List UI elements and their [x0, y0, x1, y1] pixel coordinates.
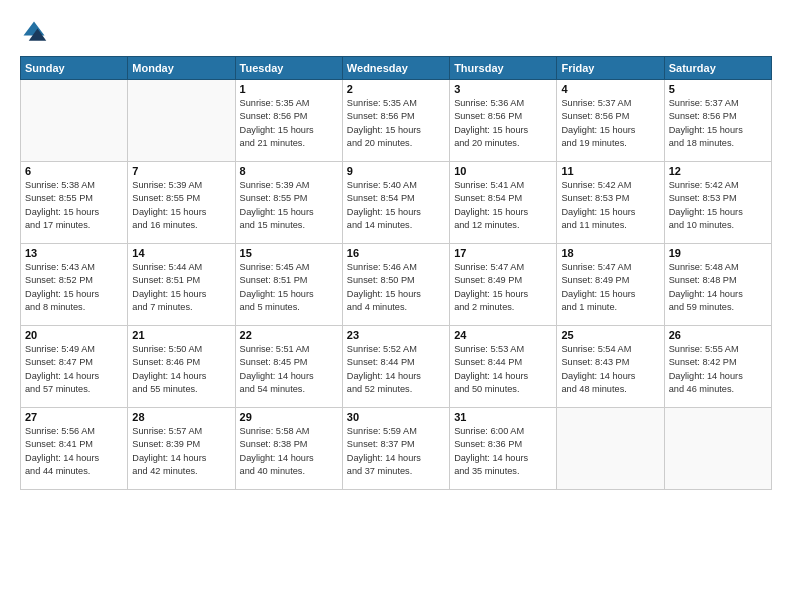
- page: SundayMondayTuesdayWednesdayThursdayFrid…: [0, 0, 792, 612]
- calendar-cell: 24Sunrise: 5:53 AM Sunset: 8:44 PM Dayli…: [450, 326, 557, 408]
- calendar-table: SundayMondayTuesdayWednesdayThursdayFrid…: [20, 56, 772, 490]
- week-row-1: 6Sunrise: 5:38 AM Sunset: 8:55 PM Daylig…: [21, 162, 772, 244]
- day-number: 24: [454, 329, 552, 341]
- day-number: 11: [561, 165, 659, 177]
- calendar-cell: 9Sunrise: 5:40 AM Sunset: 8:54 PM Daylig…: [342, 162, 449, 244]
- cell-content: Sunrise: 5:44 AM Sunset: 8:51 PM Dayligh…: [132, 261, 230, 314]
- cell-content: Sunrise: 5:53 AM Sunset: 8:44 PM Dayligh…: [454, 343, 552, 396]
- calendar-cell: 12Sunrise: 5:42 AM Sunset: 8:53 PM Dayli…: [664, 162, 771, 244]
- day-number: 28: [132, 411, 230, 423]
- calendar-cell: 29Sunrise: 5:58 AM Sunset: 8:38 PM Dayli…: [235, 408, 342, 490]
- day-number: 5: [669, 83, 767, 95]
- day-number: 12: [669, 165, 767, 177]
- calendar-cell: 8Sunrise: 5:39 AM Sunset: 8:55 PM Daylig…: [235, 162, 342, 244]
- cell-content: Sunrise: 5:39 AM Sunset: 8:55 PM Dayligh…: [240, 179, 338, 232]
- weekday-thursday: Thursday: [450, 57, 557, 80]
- day-number: 23: [347, 329, 445, 341]
- calendar-cell: 17Sunrise: 5:47 AM Sunset: 8:49 PM Dayli…: [450, 244, 557, 326]
- cell-content: Sunrise: 5:43 AM Sunset: 8:52 PM Dayligh…: [25, 261, 123, 314]
- calendar-cell: 21Sunrise: 5:50 AM Sunset: 8:46 PM Dayli…: [128, 326, 235, 408]
- weekday-sunday: Sunday: [21, 57, 128, 80]
- week-row-3: 20Sunrise: 5:49 AM Sunset: 8:47 PM Dayli…: [21, 326, 772, 408]
- calendar-cell: 28Sunrise: 5:57 AM Sunset: 8:39 PM Dayli…: [128, 408, 235, 490]
- cell-content: Sunrise: 5:49 AM Sunset: 8:47 PM Dayligh…: [25, 343, 123, 396]
- day-number: 13: [25, 247, 123, 259]
- weekday-saturday: Saturday: [664, 57, 771, 80]
- cell-content: Sunrise: 6:00 AM Sunset: 8:36 PM Dayligh…: [454, 425, 552, 478]
- day-number: 30: [347, 411, 445, 423]
- cell-content: Sunrise: 5:40 AM Sunset: 8:54 PM Dayligh…: [347, 179, 445, 232]
- cell-content: Sunrise: 5:50 AM Sunset: 8:46 PM Dayligh…: [132, 343, 230, 396]
- calendar-cell: 18Sunrise: 5:47 AM Sunset: 8:49 PM Dayli…: [557, 244, 664, 326]
- calendar-cell: 27Sunrise: 5:56 AM Sunset: 8:41 PM Dayli…: [21, 408, 128, 490]
- header: [20, 18, 772, 46]
- calendar-cell: 16Sunrise: 5:46 AM Sunset: 8:50 PM Dayli…: [342, 244, 449, 326]
- calendar-cell: 14Sunrise: 5:44 AM Sunset: 8:51 PM Dayli…: [128, 244, 235, 326]
- day-number: 21: [132, 329, 230, 341]
- cell-content: Sunrise: 5:48 AM Sunset: 8:48 PM Dayligh…: [669, 261, 767, 314]
- day-number: 1: [240, 83, 338, 95]
- calendar-body: 1Sunrise: 5:35 AM Sunset: 8:56 PM Daylig…: [21, 80, 772, 490]
- day-number: 17: [454, 247, 552, 259]
- day-number: 10: [454, 165, 552, 177]
- cell-content: Sunrise: 5:35 AM Sunset: 8:56 PM Dayligh…: [240, 97, 338, 150]
- cell-content: Sunrise: 5:42 AM Sunset: 8:53 PM Dayligh…: [561, 179, 659, 232]
- day-number: 20: [25, 329, 123, 341]
- calendar-cell: 7Sunrise: 5:39 AM Sunset: 8:55 PM Daylig…: [128, 162, 235, 244]
- day-number: 19: [669, 247, 767, 259]
- cell-content: Sunrise: 5:51 AM Sunset: 8:45 PM Dayligh…: [240, 343, 338, 396]
- day-number: 22: [240, 329, 338, 341]
- cell-content: Sunrise: 5:39 AM Sunset: 8:55 PM Dayligh…: [132, 179, 230, 232]
- calendar-cell: 3Sunrise: 5:36 AM Sunset: 8:56 PM Daylig…: [450, 80, 557, 162]
- day-number: 15: [240, 247, 338, 259]
- weekday-wednesday: Wednesday: [342, 57, 449, 80]
- calendar-cell: 10Sunrise: 5:41 AM Sunset: 8:54 PM Dayli…: [450, 162, 557, 244]
- cell-content: Sunrise: 5:57 AM Sunset: 8:39 PM Dayligh…: [132, 425, 230, 478]
- day-number: 14: [132, 247, 230, 259]
- calendar-cell: 13Sunrise: 5:43 AM Sunset: 8:52 PM Dayli…: [21, 244, 128, 326]
- calendar-cell: 25Sunrise: 5:54 AM Sunset: 8:43 PM Dayli…: [557, 326, 664, 408]
- cell-content: Sunrise: 5:47 AM Sunset: 8:49 PM Dayligh…: [561, 261, 659, 314]
- calendar-header: SundayMondayTuesdayWednesdayThursdayFrid…: [21, 57, 772, 80]
- calendar-cell: 6Sunrise: 5:38 AM Sunset: 8:55 PM Daylig…: [21, 162, 128, 244]
- calendar-cell: [21, 80, 128, 162]
- day-number: 27: [25, 411, 123, 423]
- cell-content: Sunrise: 5:37 AM Sunset: 8:56 PM Dayligh…: [561, 97, 659, 150]
- calendar-cell: 4Sunrise: 5:37 AM Sunset: 8:56 PM Daylig…: [557, 80, 664, 162]
- week-row-0: 1Sunrise: 5:35 AM Sunset: 8:56 PM Daylig…: [21, 80, 772, 162]
- cell-content: Sunrise: 5:37 AM Sunset: 8:56 PM Dayligh…: [669, 97, 767, 150]
- cell-content: Sunrise: 5:41 AM Sunset: 8:54 PM Dayligh…: [454, 179, 552, 232]
- day-number: 29: [240, 411, 338, 423]
- day-number: 2: [347, 83, 445, 95]
- cell-content: Sunrise: 5:42 AM Sunset: 8:53 PM Dayligh…: [669, 179, 767, 232]
- day-number: 31: [454, 411, 552, 423]
- day-number: 7: [132, 165, 230, 177]
- cell-content: Sunrise: 5:54 AM Sunset: 8:43 PM Dayligh…: [561, 343, 659, 396]
- week-row-2: 13Sunrise: 5:43 AM Sunset: 8:52 PM Dayli…: [21, 244, 772, 326]
- weekday-tuesday: Tuesday: [235, 57, 342, 80]
- day-number: 26: [669, 329, 767, 341]
- weekday-friday: Friday: [557, 57, 664, 80]
- calendar-cell: 30Sunrise: 5:59 AM Sunset: 8:37 PM Dayli…: [342, 408, 449, 490]
- calendar-cell: [664, 408, 771, 490]
- calendar-cell: 5Sunrise: 5:37 AM Sunset: 8:56 PM Daylig…: [664, 80, 771, 162]
- cell-content: Sunrise: 5:35 AM Sunset: 8:56 PM Dayligh…: [347, 97, 445, 150]
- weekday-header-row: SundayMondayTuesdayWednesdayThursdayFrid…: [21, 57, 772, 80]
- calendar-cell: [128, 80, 235, 162]
- cell-content: Sunrise: 5:59 AM Sunset: 8:37 PM Dayligh…: [347, 425, 445, 478]
- day-number: 18: [561, 247, 659, 259]
- calendar-cell: 15Sunrise: 5:45 AM Sunset: 8:51 PM Dayli…: [235, 244, 342, 326]
- calendar-cell: 22Sunrise: 5:51 AM Sunset: 8:45 PM Dayli…: [235, 326, 342, 408]
- cell-content: Sunrise: 5:55 AM Sunset: 8:42 PM Dayligh…: [669, 343, 767, 396]
- calendar-cell: 31Sunrise: 6:00 AM Sunset: 8:36 PM Dayli…: [450, 408, 557, 490]
- calendar-cell: 1Sunrise: 5:35 AM Sunset: 8:56 PM Daylig…: [235, 80, 342, 162]
- calendar-cell: 2Sunrise: 5:35 AM Sunset: 8:56 PM Daylig…: [342, 80, 449, 162]
- calendar-cell: 26Sunrise: 5:55 AM Sunset: 8:42 PM Dayli…: [664, 326, 771, 408]
- calendar-cell: 11Sunrise: 5:42 AM Sunset: 8:53 PM Dayli…: [557, 162, 664, 244]
- cell-content: Sunrise: 5:58 AM Sunset: 8:38 PM Dayligh…: [240, 425, 338, 478]
- logo-icon: [20, 18, 48, 46]
- cell-content: Sunrise: 5:52 AM Sunset: 8:44 PM Dayligh…: [347, 343, 445, 396]
- week-row-4: 27Sunrise: 5:56 AM Sunset: 8:41 PM Dayli…: [21, 408, 772, 490]
- cell-content: Sunrise: 5:36 AM Sunset: 8:56 PM Dayligh…: [454, 97, 552, 150]
- day-number: 9: [347, 165, 445, 177]
